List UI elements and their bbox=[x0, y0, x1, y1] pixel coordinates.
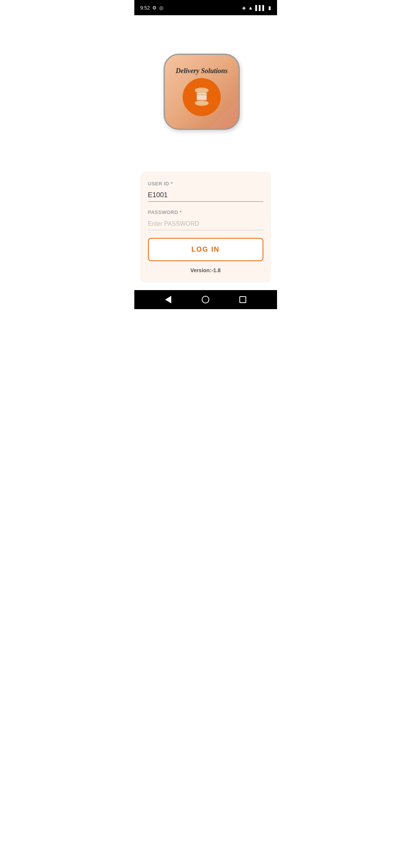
home-button[interactable] bbox=[199, 293, 212, 306]
svg-rect-4 bbox=[195, 89, 209, 92]
password-input[interactable] bbox=[148, 217, 263, 230]
home-icon bbox=[202, 296, 209, 303]
logo-text: Delivery Solutions bbox=[176, 67, 228, 75]
recents-icon bbox=[239, 296, 246, 303]
logo-background: Delivery Solutions bbox=[164, 54, 240, 130]
location-icon: ◈ bbox=[242, 5, 246, 11]
back-button[interactable] bbox=[161, 293, 175, 306]
notification-icon: ◎ bbox=[159, 5, 163, 11]
login-form-card: USER ID * PASSWORD * LOG IN Version:-1.8 bbox=[140, 172, 271, 282]
user-id-input[interactable] bbox=[148, 189, 263, 202]
settings-icon: ⚙ bbox=[152, 5, 157, 11]
logo-container: Delivery Solutions bbox=[164, 54, 247, 137]
recents-button[interactable] bbox=[236, 293, 250, 306]
logo-area: Delivery Solutions bbox=[164, 15, 247, 172]
login-button[interactable]: LOG IN bbox=[148, 238, 263, 261]
hands-package-icon bbox=[188, 86, 215, 108]
time-display: 9:52 bbox=[140, 5, 150, 11]
password-label: PASSWORD * bbox=[148, 209, 263, 215]
status-left: 9:52 ⚙ ◎ bbox=[140, 5, 163, 11]
status-bar: 9:52 ⚙ ◎ ◈ ▲ ▌▌▌ ▮ bbox=[134, 0, 277, 15]
wifi-icon: ▲ bbox=[248, 5, 253, 11]
main-content: Delivery Solutions bbox=[134, 15, 277, 290]
battery-icon: ▮ bbox=[268, 5, 271, 11]
user-id-field-group: USER ID * bbox=[148, 181, 263, 202]
version-text: Version:-1.8 bbox=[148, 267, 263, 273]
signal-icon: ▌▌▌ bbox=[255, 5, 266, 11]
user-id-label: USER ID * bbox=[148, 181, 263, 187]
svg-rect-6 bbox=[195, 102, 209, 104]
status-right: ◈ ▲ ▌▌▌ ▮ bbox=[242, 5, 271, 11]
password-field-group: PASSWORD * bbox=[148, 209, 263, 230]
navigation-bar bbox=[134, 290, 277, 309]
back-icon bbox=[165, 296, 171, 303]
logo-circle bbox=[183, 78, 221, 116]
